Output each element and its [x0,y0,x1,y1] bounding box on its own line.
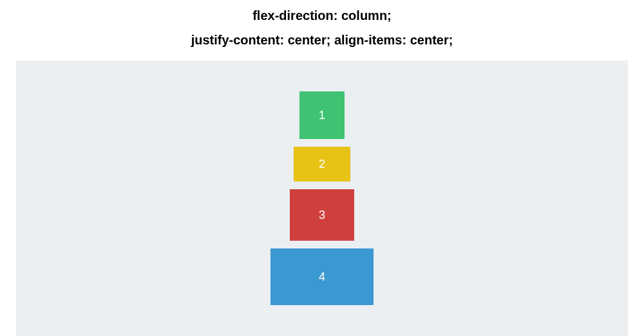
flex-item-label: 4 [319,270,325,284]
heading-line-1: flex-direction: column; [191,6,453,24]
flex-item-label: 2 [319,158,325,171]
flex-item-3: 3 [290,189,354,241]
flex-item-label: 3 [319,209,325,222]
flex-item-1: 1 [299,91,345,139]
heading-line-2: justify-content: center; align-items: ce… [191,31,453,49]
flex-container: 1 2 3 4 [16,61,628,336]
heading-area: flex-direction: column; justify-content:… [191,0,453,55]
flex-item-4: 4 [270,248,374,305]
flex-item-2: 2 [294,147,350,182]
flex-item-label: 1 [319,109,325,122]
